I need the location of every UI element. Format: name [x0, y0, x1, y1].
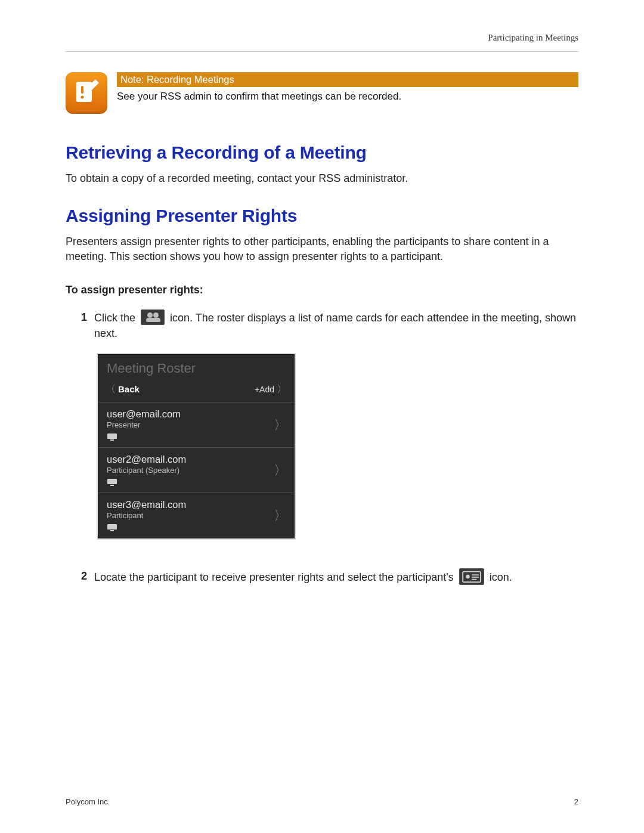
svg-point-1: [81, 96, 84, 99]
note-title-bar: Note: Recording Meetings: [117, 72, 578, 87]
chevron-left-icon: 〈: [106, 382, 116, 396]
roster-icon: [141, 309, 165, 325]
back-button[interactable]: 〈 Back: [106, 382, 140, 396]
heading-assigning: Assigning Presenter Rights: [66, 206, 578, 226]
svg-rect-12: [472, 577, 479, 578]
svg-rect-13: [472, 579, 476, 580]
step-2-text-a: Locate the participant to receive presen…: [94, 571, 457, 583]
roster-item[interactable]: user2@email.com Participant (Speaker) 〉: [98, 448, 294, 493]
steps-list-cont: 2 Locate the participant to receive pres…: [79, 568, 578, 585]
step-2-text-b: icon.: [490, 571, 512, 583]
svg-rect-3: [107, 433, 117, 439]
document-page: Participating in Meetings Note: Recordin…: [0, 0, 644, 833]
svg-rect-7: [107, 524, 117, 529]
svg-point-10: [466, 575, 470, 579]
page-footer: Polycom Inc. 2: [66, 797, 578, 806]
para-assigning: Presenters assign presenter rights to ot…: [66, 234, 578, 264]
note-text: See your RSS admin to confirm that meeti…: [117, 91, 578, 103]
monitor-icon: [107, 478, 117, 487]
chevron-right-icon: 〉: [274, 416, 287, 434]
steps-list: 1 Click the icon. The roster displays a …: [79, 309, 578, 341]
note-alert-icon: [66, 72, 107, 114]
svg-rect-6: [110, 485, 114, 486]
roster-toolbar: 〈 Back +Add 〉: [98, 379, 294, 402]
step-1-text-a: Click the: [94, 312, 138, 324]
monitor-icon: [107, 433, 117, 441]
name-card-icon: [459, 568, 484, 585]
para-retrieving: To obtain a copy of a recorded meeting, …: [66, 171, 578, 185]
svg-rect-8: [110, 530, 114, 531]
back-label: Back: [118, 384, 140, 394]
step-number: 2: [79, 568, 87, 584]
meeting-roster-screenshot: Meeting Roster 〈 Back +Add 〉 user@email.…: [98, 354, 295, 538]
roster-email: user@email.com: [107, 408, 286, 420]
page-number: 2: [574, 797, 578, 806]
chevron-right-icon: 〉: [277, 382, 287, 396]
header-rule: [66, 51, 578, 52]
footer-company: Polycom Inc.: [66, 797, 110, 806]
roster-email: user3@email.com: [107, 499, 286, 510]
roster-email: user2@email.com: [107, 454, 286, 465]
subheading-to-assign: To assign presenter rights:: [66, 284, 578, 296]
chevron-right-icon: 〉: [274, 462, 287, 479]
svg-rect-4: [110, 439, 114, 441]
roster-role: Participant (Speaker): [107, 466, 286, 475]
step-number: 1: [79, 309, 87, 325]
chevron-right-icon: 〉: [274, 507, 287, 525]
svg-rect-2: [81, 86, 83, 94]
roster-role: Participant: [107, 511, 286, 520]
svg-rect-11: [472, 574, 479, 575]
step-1: 1 Click the icon. The roster displays a …: [79, 309, 578, 341]
roster-item[interactable]: user@email.com Presenter 〉: [98, 402, 294, 448]
running-head: Participating in Meetings: [66, 33, 578, 43]
roster-title: Meeting Roster: [98, 355, 294, 379]
step-2: 2 Locate the participant to receive pres…: [79, 568, 578, 585]
svg-rect-5: [107, 479, 117, 484]
note-callout: Note: Recording Meetings See your RSS ad…: [66, 72, 578, 114]
roster-role: Presenter: [107, 420, 286, 429]
add-label: +Add: [255, 385, 274, 394]
monitor-icon: [107, 524, 117, 532]
heading-retrieving: Retrieving a Recording of a Meeting: [66, 143, 578, 163]
add-button[interactable]: +Add 〉: [255, 382, 287, 396]
roster-item[interactable]: user3@email.com Participant 〉: [98, 493, 294, 538]
step-1-text-b: icon. The roster displays a list of name…: [94, 312, 576, 339]
